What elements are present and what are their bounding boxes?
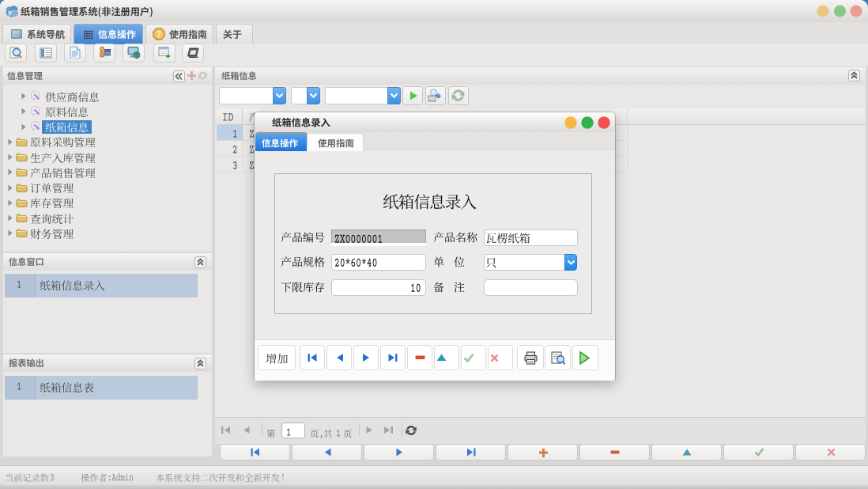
svg-text:y: y xyxy=(6,7,12,17)
svg-text:?: ? xyxy=(157,30,161,39)
